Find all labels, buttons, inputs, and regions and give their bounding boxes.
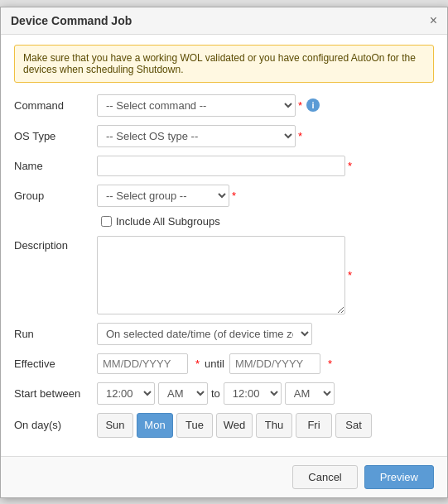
ostype-row: OS Type -- Select OS type -- * [14,125,434,147]
ostype-control-wrap: -- Select OS type -- * [97,125,434,147]
effective-row: Effective * until * [14,353,434,374]
run-select[interactable]: On selected date/time (of device time zo [97,323,312,345]
on-days-label: On day(s) [14,419,97,431]
subgroups-row: Include All Subgroups [14,215,434,228]
day-button-thu[interactable]: Thu [256,413,292,438]
description-control-wrap: * [97,236,434,314]
dialog-footer: Cancel Preview [1,456,447,497]
day-button-sat[interactable]: Sat [335,413,372,438]
run-label: Run [14,328,97,340]
day-button-fri[interactable]: Fri [296,413,332,438]
ostype-required: * [298,130,302,142]
info-icon[interactable]: i [306,98,320,112]
close-button[interactable]: × [430,14,437,27]
include-subgroups-label[interactable]: Include All Subgroups [116,215,220,228]
group-select[interactable]: -- Select group -- [97,185,229,207]
description-required: * [348,269,352,281]
include-subgroups-checkbox[interactable] [101,216,112,227]
days-control-wrap: SunMonTueWedThuFriSat [97,413,434,438]
dialog-body: Make sure that you have a working WOL va… [1,35,447,456]
to-label: to [211,387,220,400]
on-days-row: On day(s) SunMonTueWedThuFriSat [14,413,434,438]
start-between-control-wrap: 12:00 AM to 12:00 AM [97,382,434,405]
command-label: Command [14,99,97,112]
start-time-select[interactable]: 12:00 [97,382,155,405]
group-required: * [232,190,236,202]
effective-required: * [195,358,200,370]
start-between-label: Start between [14,387,97,400]
alert-message: Make sure that you have a working WOL va… [14,45,434,83]
name-label: Name [14,160,97,172]
ostype-label: OS Type [14,130,97,142]
description-textarea[interactable] [97,236,345,314]
command-required: * [298,99,302,112]
until-required: * [328,358,332,370]
group-row: Group -- Select group -- * [14,185,434,207]
name-required: * [348,160,352,172]
effective-date-input[interactable] [97,353,188,374]
name-control-wrap: * [97,156,434,176]
day-button-wed[interactable]: Wed [216,413,253,438]
day-button-tue[interactable]: Tue [176,413,213,438]
device-command-job-dialog: Device Command Job × Make sure that you … [0,7,448,498]
preview-button[interactable]: Preview [364,465,434,489]
group-label: Group [14,190,97,202]
until-date-input[interactable] [229,353,320,374]
command-control-wrap: -- Select command -- * i [97,94,434,117]
description-label: Description [14,236,97,252]
end-ampm-select[interactable]: AM [285,382,335,405]
cancel-button[interactable]: Cancel [292,465,357,489]
dialog-header: Device Command Job × [1,7,447,35]
day-button-mon[interactable]: Mon [137,413,173,438]
command-row: Command -- Select command -- * i [14,94,434,117]
effective-control-wrap: * until * [97,353,434,374]
effective-label: Effective [14,358,97,370]
command-select[interactable]: -- Select command -- [97,94,296,117]
description-row: Description * [14,236,434,314]
name-row: Name * [14,156,434,176]
group-control-wrap: -- Select group -- * [97,185,434,207]
ostype-select[interactable]: -- Select OS type -- [97,125,296,147]
end-time-select[interactable]: 12:00 [224,382,282,405]
name-input[interactable] [97,156,345,176]
day-button-sun[interactable]: Sun [97,413,133,438]
dialog-title: Device Command Job [11,14,132,27]
start-between-row: Start between 12:00 AM to 12:00 AM [14,382,434,405]
run-control-wrap: On selected date/time (of device time zo [97,323,434,345]
until-label: until [205,358,224,370]
start-ampm-select[interactable]: AM [158,382,208,405]
run-row: Run On selected date/time (of device tim… [14,323,434,345]
